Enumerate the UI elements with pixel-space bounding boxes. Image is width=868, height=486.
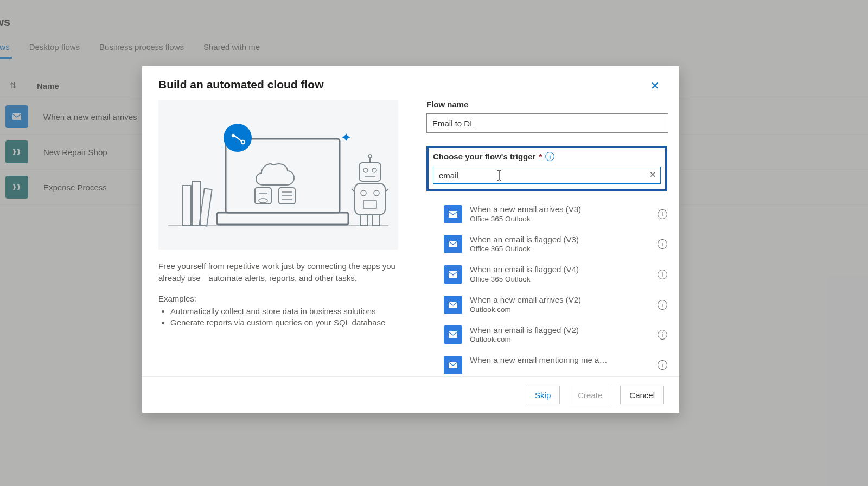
create-button[interactable]: Create xyxy=(569,386,611,404)
illustration xyxy=(158,100,398,250)
flow-name-label: Flow name xyxy=(426,100,674,109)
svg-rect-3 xyxy=(217,213,348,225)
svg-rect-17 xyxy=(359,163,381,181)
info-icon[interactable]: i xyxy=(658,300,667,310)
examples-label: Examples: xyxy=(158,294,398,303)
cancel-button[interactable]: Cancel xyxy=(620,386,664,404)
outlook-icon xyxy=(444,205,462,223)
trigger-title: When a new email mentioning me a… xyxy=(470,355,650,366)
trigger-title: When a new email arrives (V2) xyxy=(470,295,650,305)
clear-icon[interactable]: ✕ xyxy=(649,170,656,180)
trigger-sub: Office 365 Outlook xyxy=(470,275,650,284)
svg-rect-4 xyxy=(255,188,271,204)
info-icon[interactable]: i xyxy=(545,152,554,161)
trigger-item[interactable]: When an email is flagged (V4) Office 365… xyxy=(442,259,674,290)
required-mark: * xyxy=(539,152,542,161)
svg-rect-32 xyxy=(449,241,457,247)
flow-name-input[interactable] xyxy=(426,113,668,133)
svg-point-25 xyxy=(374,190,379,196)
svg-rect-23 xyxy=(355,183,385,215)
trigger-title: When an email is flagged (V3) xyxy=(470,235,650,245)
modal-footer: Skip Create Cancel xyxy=(142,376,679,413)
trigger-title: When an email is flagged (V2) xyxy=(470,325,650,336)
trigger-item[interactable]: When an email is flagged (V2) Outlook.co… xyxy=(442,320,674,350)
svg-rect-36 xyxy=(449,362,457,368)
info-icon[interactable]: i xyxy=(658,360,667,370)
outlook-icon xyxy=(444,296,462,314)
svg-rect-26 xyxy=(363,201,376,208)
trigger-sub: Office 365 Outlook xyxy=(470,245,650,254)
trigger-item[interactable]: When an email is flagged (V3) Office 365… xyxy=(442,229,674,260)
trigger-title: When an email is flagged (V4) xyxy=(470,265,650,275)
trigger-title: When a new email arrives (V3) xyxy=(470,204,650,215)
trigger-item[interactable]: When a new email arrives (V2) Outlook.co… xyxy=(442,290,674,320)
modal-title: Build an automated cloud flow xyxy=(158,78,324,91)
svg-point-5 xyxy=(259,199,267,203)
info-icon[interactable]: i xyxy=(658,209,667,219)
example-item: Automatically collect and store data in … xyxy=(170,305,398,317)
svg-rect-27 xyxy=(360,215,368,226)
svg-rect-35 xyxy=(449,331,457,338)
svg-rect-31 xyxy=(449,211,457,218)
trigger-results: When a new email arrives (V3) Office 365… xyxy=(442,199,674,375)
info-icon[interactable]: i xyxy=(658,270,667,279)
outlook-icon xyxy=(444,325,462,344)
outlook-icon xyxy=(444,356,462,374)
close-icon[interactable]: ✕ xyxy=(647,78,663,93)
svg-rect-14 xyxy=(182,186,191,226)
trigger-item[interactable]: When a new email arrives (V3) Office 365… xyxy=(442,199,674,229)
modal-description: Free yourself from repetitive work just … xyxy=(158,260,398,284)
svg-point-19 xyxy=(372,168,376,172)
examples-list: Automatically collect and store data in … xyxy=(158,305,398,329)
trigger-label: Choose your flow's trigger * i xyxy=(433,152,661,161)
trigger-sub: Outlook.com xyxy=(470,335,650,344)
example-item: Generate reports via custom queries on y… xyxy=(170,317,398,329)
info-icon[interactable]: i xyxy=(658,330,667,340)
svg-point-24 xyxy=(361,190,366,196)
modal-overlay: Build an automated cloud flow ✕ xyxy=(0,0,868,486)
trigger-sub: Outlook.com xyxy=(470,305,650,315)
svg-rect-34 xyxy=(449,302,457,308)
svg-rect-15 xyxy=(192,181,201,226)
trigger-item[interactable]: When a new email mentioning me a… x i xyxy=(442,350,674,375)
info-icon[interactable]: i xyxy=(658,239,667,249)
svg-rect-33 xyxy=(449,271,457,278)
trigger-sub: Office 365 Outlook xyxy=(470,215,650,224)
svg-rect-28 xyxy=(372,215,380,226)
outlook-icon xyxy=(444,265,462,284)
build-flow-modal: Build an automated cloud flow ✕ xyxy=(142,66,679,413)
skip-button[interactable]: Skip xyxy=(526,386,560,404)
outlook-icon xyxy=(444,235,462,253)
trigger-highlight-box: Choose your flow's trigger * i ✕ xyxy=(426,146,667,191)
svg-point-18 xyxy=(363,168,368,172)
trigger-search-input[interactable] xyxy=(433,167,661,184)
